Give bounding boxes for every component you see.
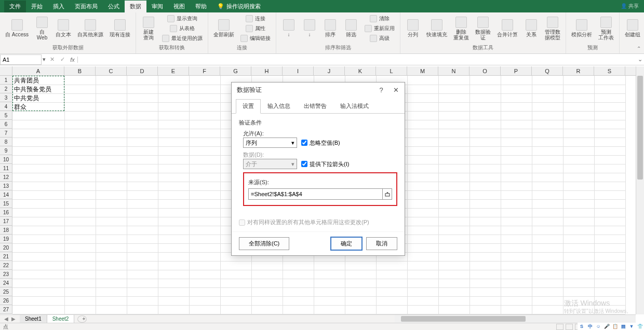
scrollbar-thumb[interactable] bbox=[401, 316, 526, 322]
view-normal-icon[interactable] bbox=[556, 324, 564, 330]
ribbon-button[interactable]: 属性 bbox=[238, 24, 273, 33]
row-header[interactable]: 13 bbox=[0, 182, 12, 190]
column-header[interactable]: L bbox=[376, 66, 407, 75]
column-header[interactable]: P bbox=[501, 66, 532, 75]
cell-value[interactable]: 中共党员 bbox=[12, 93, 41, 103]
ribbon-button[interactable]: 分列 bbox=[404, 18, 422, 38]
dialog-title-bar[interactable]: 数据验证 ? ✕ bbox=[232, 82, 405, 97]
ribbon-button[interactable]: 自 Access bbox=[3, 18, 31, 38]
row-header[interactable]: 24 bbox=[0, 279, 12, 287]
row-header[interactable]: 22 bbox=[0, 261, 12, 270]
ribbon-button[interactable]: 管理数据模型 bbox=[543, 16, 562, 42]
ime-icon[interactable]: ☺ bbox=[595, 323, 602, 329]
ribbon-button[interactable]: 显示查询 bbox=[160, 14, 205, 23]
column-header[interactable]: Q bbox=[532, 66, 563, 75]
column-header[interactable]: R bbox=[563, 66, 594, 75]
menu-item[interactable]: 页面布局 bbox=[70, 1, 103, 12]
menu-item[interactable]: 帮助 bbox=[190, 1, 212, 12]
vertical-scrollbar[interactable] bbox=[636, 66, 644, 314]
range-selector-button[interactable] bbox=[382, 189, 392, 199]
ignore-blank-checkbox[interactable]: 忽略空值(B) bbox=[301, 139, 340, 147]
ribbon-button[interactable]: 筛选 bbox=[342, 18, 360, 38]
ribbon-button[interactable]: 模拟分析 bbox=[569, 18, 594, 38]
ribbon-button[interactable]: 连接 bbox=[238, 14, 273, 23]
dialog-help-button[interactable]: ? bbox=[378, 86, 385, 94]
search-wrap[interactable]: 💡 操作说明搜索 bbox=[212, 1, 266, 12]
row-header[interactable]: 18 bbox=[0, 226, 12, 235]
ribbon-button[interactable]: 编辑链接 bbox=[238, 34, 273, 43]
row-header[interactable]: 25 bbox=[0, 287, 12, 296]
row-header[interactable]: 8 bbox=[0, 138, 12, 146]
row-header[interactable]: 17 bbox=[0, 217, 12, 226]
ime-icon[interactable]: 中 bbox=[586, 323, 594, 329]
ribbon-button[interactable]: 从表格 bbox=[160, 24, 205, 33]
row-header[interactable]: 10 bbox=[0, 155, 12, 164]
menu-item[interactable]: 审阅 bbox=[146, 1, 168, 12]
row-header[interactable]: 19 bbox=[0, 235, 12, 243]
menu-item[interactable]: 视图 bbox=[168, 1, 190, 12]
sheet-tab[interactable]: Sheet2 bbox=[47, 315, 75, 323]
column-header[interactable]: O bbox=[469, 66, 501, 75]
row-header[interactable]: 20 bbox=[0, 243, 12, 252]
cell-value[interactable]: 中共预备党员 bbox=[12, 85, 53, 94]
formula-input[interactable] bbox=[78, 54, 636, 65]
row-header[interactable]: 3 bbox=[0, 93, 12, 102]
dialog-close-button[interactable]: ✕ bbox=[392, 86, 399, 94]
dialog-tab[interactable]: 出错警告 bbox=[297, 99, 333, 113]
ribbon-collapse-button[interactable]: ⌃ bbox=[637, 46, 641, 51]
column-header[interactable]: N bbox=[438, 66, 469, 75]
ribbon-button[interactable]: 自文本 bbox=[53, 18, 73, 38]
select-all-corner[interactable] bbox=[0, 66, 12, 75]
row-header[interactable]: 5 bbox=[0, 111, 12, 120]
ribbon-button[interactable]: 重新应用 bbox=[363, 24, 397, 33]
sheet-nav-prev-icon[interactable]: ◀ bbox=[3, 316, 9, 322]
ribbon-button[interactable]: 数据验证 bbox=[473, 16, 493, 42]
ribbon-button[interactable]: 清除 bbox=[363, 14, 397, 23]
name-box[interactable]: A1 bbox=[0, 54, 42, 65]
clear-all-button[interactable]: 全部清除(C) bbox=[239, 237, 289, 250]
formula-bar-expand-icon[interactable]: ⌄ bbox=[636, 56, 644, 63]
row-header[interactable]: 4 bbox=[0, 102, 12, 111]
sheet-nav-next-icon[interactable]: ▶ bbox=[10, 316, 17, 322]
row-header[interactable]: 15 bbox=[0, 199, 12, 208]
row-header[interactable]: 26 bbox=[0, 296, 12, 305]
menu-item[interactable]: 文件 bbox=[4, 1, 26, 12]
dialog-tab[interactable]: 设置 bbox=[236, 99, 261, 114]
cell-value[interactable]: 群众 bbox=[12, 102, 28, 112]
column-header[interactable]: G bbox=[220, 66, 251, 75]
dialog-tab[interactable]: 输入法模式 bbox=[333, 99, 375, 113]
horizontal-scrollbar[interactable] bbox=[395, 314, 636, 323]
name-box-dropdown[interactable]: ▾ bbox=[42, 56, 47, 63]
row-header[interactable]: 6 bbox=[0, 120, 12, 129]
ribbon-button[interactable]: ↓ bbox=[279, 18, 298, 38]
row-header[interactable]: 23 bbox=[0, 270, 12, 279]
ribbon-button[interactable]: 排序 bbox=[321, 18, 340, 38]
column-header[interactable]: A bbox=[12, 66, 64, 75]
column-header[interactable]: F bbox=[189, 66, 220, 75]
column-header[interactable]: S bbox=[594, 66, 625, 75]
ribbon-button[interactable]: 快速填充 bbox=[424, 18, 449, 38]
ribbon-button[interactable]: 删除重复值 bbox=[451, 16, 471, 42]
column-header[interactable]: H bbox=[251, 66, 283, 75]
row-header[interactable]: 7 bbox=[0, 129, 12, 138]
cell-value[interactable]: 共青团员 bbox=[12, 76, 41, 85]
ime-icon[interactable]: 🎤 bbox=[603, 323, 610, 329]
ribbon-button[interactable]: 自其他来源 bbox=[75, 18, 105, 38]
ribbon-button[interactable]: 最近使用的源 bbox=[160, 34, 205, 43]
row-header[interactable]: 14 bbox=[0, 190, 12, 199]
row-header[interactable]: 12 bbox=[0, 173, 12, 182]
row-header[interactable]: 11 bbox=[0, 164, 12, 173]
add-sheet-button[interactable]: + bbox=[77, 315, 87, 323]
scrollbar-thumb[interactable] bbox=[637, 76, 643, 180]
ribbon-button[interactable]: 新建查询 bbox=[139, 16, 158, 42]
row-header[interactable]: 16 bbox=[0, 208, 12, 217]
ime-icon[interactable]: 👕 bbox=[636, 323, 643, 329]
column-header[interactable]: C bbox=[96, 66, 127, 75]
ribbon-button[interactable]: 关系 bbox=[522, 18, 541, 38]
dropdown-arrow-checkbox[interactable]: 提供下拉箭头(I) bbox=[301, 160, 349, 168]
ribbon-button[interactable]: 高级 bbox=[363, 34, 397, 43]
row-header[interactable]: 1 bbox=[0, 76, 12, 85]
ribbon-button[interactable]: 现有连接 bbox=[108, 18, 132, 38]
ribbon-button[interactable]: 全部刷新 bbox=[211, 18, 236, 38]
column-header[interactable]: B bbox=[64, 66, 96, 75]
